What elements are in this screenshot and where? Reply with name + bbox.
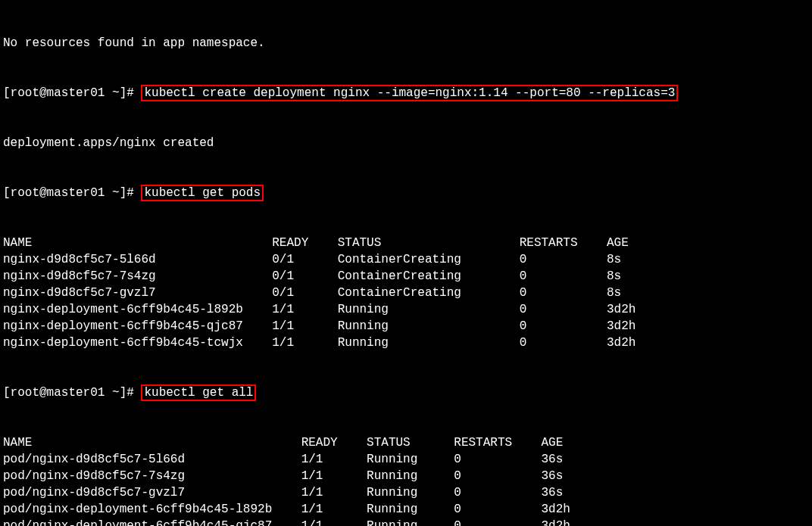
pod-row: nginx-deployment-6cff9b4c45-qjc87 1/1 Ru… [3, 318, 809, 335]
command-line-3: [root@master01 ~]# kubectl get all [3, 384, 809, 401]
pod-row: nginx-d9d8cf5c7-gvzl7 0/1 ContainerCreat… [3, 285, 809, 301]
pod-row: nginx-deployment-6cff9b4c45-tcwjx 1/1 Ru… [3, 335, 809, 351]
highlight-cmd2: kubectl get pods [141, 185, 264, 201]
pod-row: pod/nginx-deployment-6cff9b4c45-qjc87 1/… [3, 518, 809, 526]
highlight-cmd3: kubectl get all [141, 384, 256, 401]
cmd3-text: kubectl get all [144, 386, 253, 400]
terminal[interactable]: No resources found in app namespace. [ro… [0, 0, 812, 526]
cmd1-text: kubectl create deployment nginx --image=… [144, 86, 675, 100]
highlight-cmd1: kubectl create deployment nginx --image=… [141, 85, 678, 101]
output-line: deployment.apps/nginx created [3, 135, 809, 151]
pod-row: nginx-deployment-6cff9b4c45-l892b 1/1 Ru… [3, 301, 809, 318]
all-pods-table: NAME READY STATUS RESTARTS AGEpod/nginx-… [3, 434, 809, 526]
pod-row: nginx-d9d8cf5c7-7s4zg 0/1 ContainerCreat… [3, 268, 809, 285]
pods-table: NAME READY STATUS RESTARTS AGEnginx-d9d8… [3, 235, 809, 351]
pod-row: pod/nginx-d9d8cf5c7-7s4zg 1/1 Running 0 … [3, 468, 809, 484]
prompt: [root@master01 ~]# [3, 86, 141, 100]
prompt: [root@master01 ~]# [3, 386, 141, 400]
pod-row: pod/nginx-d9d8cf5c7-gvzl7 1/1 Running 0 … [3, 484, 809, 501]
truncated-line: No resources found in app namespace. [3, 35, 809, 51]
command-line-2: [root@master01 ~]# kubectl get pods [3, 185, 809, 201]
prompt: [root@master01 ~]# [3, 186, 141, 200]
table-header: NAME READY STATUS RESTARTS AGE [3, 235, 809, 251]
cmd2-text: kubectl get pods [144, 186, 261, 200]
table-header: NAME READY STATUS RESTARTS AGE [3, 434, 809, 451]
command-line-1: [root@master01 ~]# kubectl create deploy… [3, 85, 809, 101]
pod-row: pod/nginx-d9d8cf5c7-5l66d 1/1 Running 0 … [3, 451, 809, 468]
pod-row: nginx-d9d8cf5c7-5l66d 0/1 ContainerCreat… [3, 251, 809, 268]
pod-row: pod/nginx-deployment-6cff9b4c45-l892b 1/… [3, 501, 809, 518]
